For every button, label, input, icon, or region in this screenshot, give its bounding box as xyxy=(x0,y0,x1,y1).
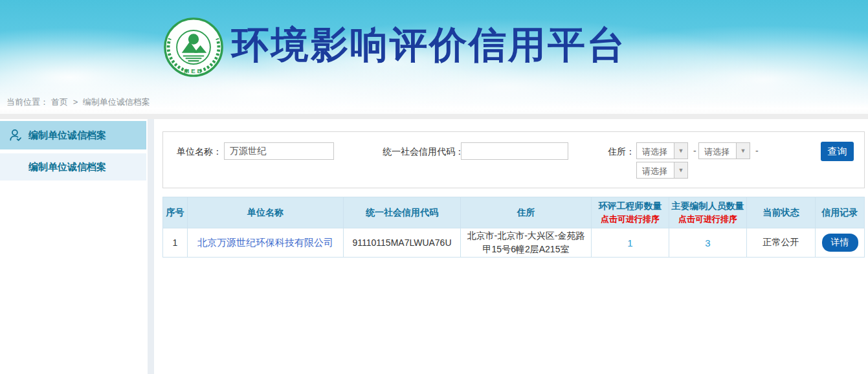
sidebar-item-label: 编制单位诚信档案 xyxy=(28,129,106,142)
unit-name-label: 单位名称： xyxy=(177,146,222,158)
svg-text:MEE: MEE xyxy=(184,67,203,74)
col-header-credit-code: 统一社会信用代码 xyxy=(344,197,461,228)
address-label: 住所： xyxy=(608,146,635,158)
detail-button[interactable]: 详情 xyxy=(822,234,858,252)
staff-count-title: 主要编制人员数量 xyxy=(672,201,744,211)
mee-logo-icon: MEE xyxy=(162,16,225,78)
city-select-value: 请选择 xyxy=(699,143,736,159)
staff-count-link[interactable]: 3 xyxy=(705,237,710,248)
address-line1: 北京市-北京市-大兴区-金苑路 xyxy=(467,230,585,241)
breadcrumb-current: 编制单位诚信档案 xyxy=(83,97,150,107)
page-title: 环境影响评价信用平台 xyxy=(232,20,627,71)
breadcrumb-prefix: 当前位置： xyxy=(6,97,49,107)
table-header-row: 序号 单位名称 统一社会信用代码 住所 环评工程师数量 点击可进行排序 主要编制… xyxy=(163,197,865,228)
unit-name-input[interactable] xyxy=(224,142,334,160)
cell-unit-name: 北京万源世纪环保科技有限公司 xyxy=(188,228,344,258)
address-dash: - xyxy=(693,146,696,156)
chevron-down-icon[interactable]: ▼ xyxy=(736,143,750,159)
sidebar-subitem-unit-credit-archive[interactable]: 编制单位诚信档案 xyxy=(0,153,146,181)
address-dash: - xyxy=(755,146,759,156)
city-select[interactable]: 请选择 ▼ xyxy=(698,142,750,159)
site-banner: MEE 环境影响评价信用平台 当前位置：首页 > 编制单位诚信档案 xyxy=(0,0,868,114)
staff-sort-hint: 点击可进行排序 xyxy=(669,214,746,225)
banner-bottom-divider xyxy=(0,114,868,119)
user-check-icon xyxy=(8,128,23,142)
chevron-down-icon[interactable]: ▼ xyxy=(674,162,687,178)
breadcrumb: 当前位置：首页 > 编制单位诚信档案 xyxy=(6,96,153,108)
search-panel: 单位名称： 统一社会信用代码： 住所： 请选择 ▼ - 请选择 ▼ - 请选择 … xyxy=(162,131,865,188)
company-name-link[interactable]: 北京万源世纪环保科技有限公司 xyxy=(197,237,333,248)
province-select-value: 请选择 xyxy=(637,143,674,159)
province-select[interactable]: 请选择 ▼ xyxy=(636,142,688,159)
cell-index: 1 xyxy=(163,228,188,258)
cell-staff-count: 3 xyxy=(669,228,747,258)
table-row: 1 北京万源世纪环保科技有限公司 91110115MA7LWUA76U 北京市-… xyxy=(163,228,865,258)
cell-address: 北京市-北京市-大兴区-金苑路 甲15号6幢2层A215室 xyxy=(461,228,592,258)
cell-engineer-count: 1 xyxy=(592,228,669,258)
sidebar-subitem-label: 编制单位诚信档案 xyxy=(28,161,106,173)
col-header-staff-count-sort[interactable]: 主要编制人员数量 点击可进行排序 xyxy=(669,197,747,228)
engineer-count-title: 环评工程师数量 xyxy=(599,201,662,211)
chevron-down-icon[interactable]: ▼ xyxy=(674,143,687,159)
cell-status: 正常公开 xyxy=(747,228,816,258)
col-header-unit-name: 单位名称 xyxy=(188,197,344,228)
main-content: 单位名称： 统一社会信用代码： 住所： 请选择 ▼ - 请选择 ▼ - 请选择 … xyxy=(154,119,868,374)
district-select[interactable]: 请选择 ▼ xyxy=(636,162,688,179)
credit-code-label: 统一社会信用代码： xyxy=(383,146,464,158)
col-header-credit-record: 信用记录 xyxy=(816,197,865,228)
col-header-engineer-count-sort[interactable]: 环评工程师数量 点击可进行排序 xyxy=(592,197,669,228)
sidebar-item-unit-credit-archive[interactable]: 编制单位诚信档案 xyxy=(0,121,146,149)
sidebar-content-divider xyxy=(148,119,154,374)
breadcrumb-separator-icon: > xyxy=(73,97,78,107)
col-header-status: 当前状态 xyxy=(747,197,816,228)
engineer-count-link[interactable]: 1 xyxy=(627,237,632,248)
sidebar: 编制单位诚信档案 编制单位诚信档案 xyxy=(0,119,146,374)
address-line2: 甲15号6幢2层A215室 xyxy=(483,244,570,254)
col-header-index: 序号 xyxy=(163,197,188,228)
results-table: 序号 单位名称 统一社会信用代码 住所 环评工程师数量 点击可进行排序 主要编制… xyxy=(162,197,865,258)
col-header-address: 住所 xyxy=(461,197,592,228)
query-button[interactable]: 查询 xyxy=(821,142,854,161)
engineer-sort-hint: 点击可进行排序 xyxy=(592,214,669,225)
cell-credit-code: 91110115MA7LWUA76U xyxy=(344,228,461,258)
cell-credit-record: 详情 xyxy=(816,228,865,258)
breadcrumb-home-link[interactable]: 首页 xyxy=(51,97,68,107)
district-select-value: 请选择 xyxy=(637,162,674,178)
credit-code-input[interactable] xyxy=(461,142,568,160)
